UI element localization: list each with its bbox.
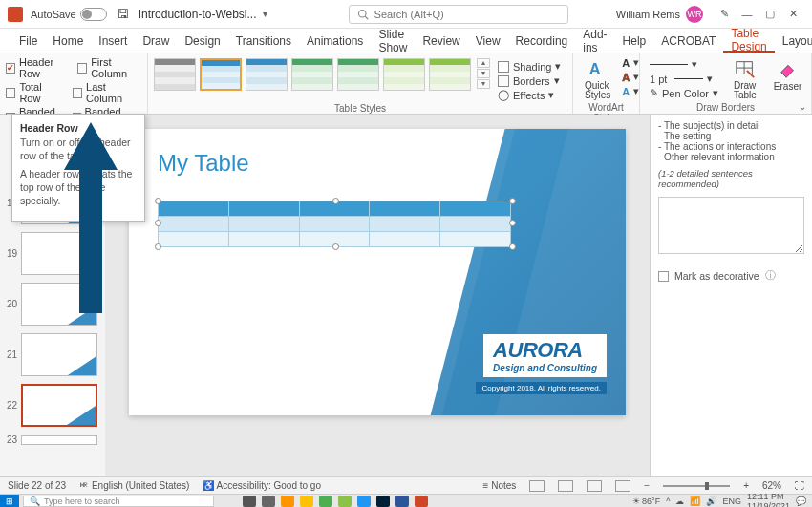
slide-thumb-active[interactable] bbox=[21, 384, 97, 427]
clock[interactable]: 12:11 PM11/19/2021 bbox=[747, 492, 790, 508]
tab-draw[interactable]: Draw bbox=[135, 29, 177, 53]
collapse-ribbon-icon[interactable]: ⌄ bbox=[799, 101, 806, 112]
pen-style-dropdown[interactable]: ▾ bbox=[650, 58, 718, 71]
zoom-out-button[interactable]: − bbox=[644, 480, 650, 491]
slideshow-view-button[interactable] bbox=[615, 480, 630, 492]
draw-table-button[interactable]: Draw Table bbox=[728, 56, 762, 102]
style-thumb-selected[interactable] bbox=[200, 58, 242, 91]
sorter-view-button[interactable] bbox=[558, 480, 573, 492]
close-button[interactable]: ✕ bbox=[781, 8, 804, 20]
selection-handle[interactable] bbox=[155, 220, 161, 226]
title-dropdown-icon[interactable]: ▾ bbox=[263, 9, 267, 19]
style-thumb[interactable] bbox=[246, 58, 288, 91]
tab-view[interactable]: View bbox=[468, 29, 508, 53]
selection-handle[interactable] bbox=[332, 243, 339, 250]
tab-home[interactable]: Home bbox=[45, 29, 91, 53]
slide[interactable]: My Table AURORA Design and Consulting Co… bbox=[129, 129, 626, 415]
slide-title[interactable]: My Table bbox=[158, 150, 249, 177]
slide-counter[interactable]: Slide 22 of 23 bbox=[8, 480, 66, 491]
tab-review[interactable]: Review bbox=[415, 29, 467, 53]
fit-button[interactable]: ⛶ bbox=[795, 480, 804, 491]
search-input[interactable] bbox=[374, 9, 560, 20]
accessibility-status[interactable]: ♿ Accessibility: Good to go bbox=[203, 480, 321, 491]
selection-handle[interactable] bbox=[509, 220, 516, 226]
style-thumb[interactable] bbox=[291, 58, 333, 91]
alt-text-input[interactable] bbox=[658, 197, 804, 254]
tab-recording[interactable]: Recording bbox=[508, 29, 576, 53]
avatar[interactable]: WR bbox=[686, 6, 703, 23]
weather-widget[interactable]: ☀ 86°F bbox=[632, 496, 661, 506]
pen-weight-dropdown[interactable]: 1 pt ▾ bbox=[650, 73, 718, 85]
selection-handle[interactable] bbox=[509, 198, 516, 204]
user-name[interactable]: William Rems bbox=[616, 9, 680, 20]
pen-color-dropdown[interactable]: ✎Pen Color ▾ bbox=[650, 87, 718, 99]
tab-help[interactable]: Help bbox=[615, 29, 654, 53]
more-icon[interactable]: ▾ bbox=[477, 79, 490, 89]
task-icon[interactable] bbox=[357, 496, 371, 507]
chk-header-row[interactable]: ✔Header Row bbox=[6, 56, 68, 79]
notes-button[interactable]: ≡ Notes bbox=[483, 480, 517, 491]
tab-file[interactable]: File bbox=[11, 29, 45, 53]
task-icon[interactable] bbox=[262, 496, 275, 507]
task-icon[interactable] bbox=[338, 496, 352, 507]
quick-styles-button[interactable]: A Quick Styles bbox=[579, 56, 616, 102]
reading-view-button[interactable] bbox=[587, 480, 602, 492]
eraser-button[interactable]: Eraser bbox=[768, 56, 807, 94]
task-icon[interactable] bbox=[243, 496, 256, 507]
slide-canvas-area[interactable]: My Table AURORA Design and Consulting Co… bbox=[105, 115, 650, 478]
tab-table-design[interactable]: Table Design bbox=[723, 29, 774, 53]
borders-dropdown[interactable]: Borders ▾ bbox=[498, 74, 561, 87]
zoom-value[interactable]: 62% bbox=[762, 480, 781, 491]
tab-acrobat[interactable]: ACROBAT bbox=[653, 29, 723, 53]
volume-icon[interactable]: 🔊 bbox=[706, 496, 716, 506]
table-styles-gallery[interactable]: ▴▾▾ Shading ▾ Borders ▾ ◯Effects ▾ bbox=[154, 56, 566, 103]
task-icon[interactable] bbox=[376, 496, 390, 507]
minimize-button[interactable]: — bbox=[736, 9, 759, 20]
wifi-icon[interactable]: 📶 bbox=[690, 496, 700, 506]
search-box[interactable] bbox=[349, 5, 568, 24]
zoom-in-button[interactable]: + bbox=[743, 480, 749, 491]
selection-handle[interactable] bbox=[332, 198, 339, 204]
task-icon[interactable] bbox=[415, 496, 428, 507]
tab-insert[interactable]: Insert bbox=[91, 29, 135, 53]
task-icon[interactable] bbox=[300, 496, 313, 507]
text-outline-dropdown[interactable]: A▾ bbox=[622, 71, 639, 83]
style-thumb[interactable] bbox=[383, 58, 425, 91]
mark-decorative-checkbox[interactable]: Mark as decorative ⓘ bbox=[658, 269, 804, 283]
selection-handle[interactable] bbox=[155, 198, 161, 204]
style-thumb[interactable] bbox=[337, 58, 379, 91]
style-thumb[interactable] bbox=[154, 58, 196, 91]
start-button[interactable]: ⊞ bbox=[0, 495, 19, 508]
chk-total-row[interactable]: Total Row bbox=[6, 81, 63, 104]
slide-thumb[interactable] bbox=[21, 283, 97, 326]
tray-icon[interactable]: ☁ bbox=[675, 496, 684, 506]
slide-thumb[interactable] bbox=[21, 333, 97, 376]
tray-chevron-icon[interactable]: ^ bbox=[666, 496, 670, 506]
document-title[interactable]: Introduction-to-Websi... bbox=[139, 8, 257, 21]
zoom-slider[interactable] bbox=[663, 485, 730, 487]
tab-transitions[interactable]: Transitions bbox=[228, 29, 299, 53]
chk-last-column[interactable]: Last Column bbox=[73, 81, 141, 104]
text-fill-dropdown[interactable]: A▾ bbox=[622, 56, 639, 69]
slide-table[interactable] bbox=[158, 201, 511, 247]
effects-dropdown[interactable]: ◯Effects ▾ bbox=[498, 89, 561, 101]
notifications-icon[interactable]: 💬 bbox=[796, 496, 806, 506]
style-thumb[interactable] bbox=[429, 58, 471, 91]
gallery-scroll[interactable]: ▴▾▾ bbox=[477, 58, 490, 89]
autosave-toggle[interactable] bbox=[80, 8, 107, 21]
tab-slideshow[interactable]: Slide Show bbox=[371, 29, 415, 53]
normal-view-button[interactable] bbox=[529, 480, 545, 492]
save-icon[interactable]: 🖫 bbox=[117, 7, 129, 21]
text-effects-dropdown[interactable]: A▾ bbox=[622, 85, 639, 97]
shading-dropdown[interactable]: Shading ▾ bbox=[498, 60, 561, 73]
maximize-button[interactable]: ▢ bbox=[759, 8, 781, 20]
chk-first-column[interactable]: First Column bbox=[77, 56, 141, 79]
taskbar-search[interactable]: 🔍Type here to search bbox=[23, 496, 214, 507]
chevron-down-icon[interactable]: ▾ bbox=[477, 69, 490, 78]
chevron-up-icon[interactable]: ▴ bbox=[477, 58, 490, 68]
task-icon[interactable] bbox=[395, 496, 409, 507]
selection-handle[interactable] bbox=[155, 243, 161, 250]
tab-animations[interactable]: Animations bbox=[299, 29, 371, 53]
language-status[interactable]: 🅬 English (United States) bbox=[79, 480, 189, 491]
tab-design[interactable]: Design bbox=[177, 29, 227, 53]
